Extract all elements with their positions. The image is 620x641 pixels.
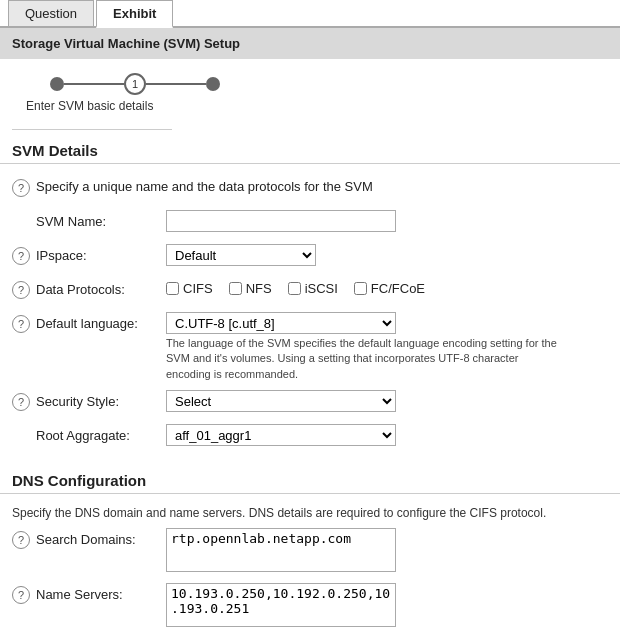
stepper-area: 1 Enter SVM basic details — [0, 59, 620, 123]
nfs-label: NFS — [246, 281, 272, 296]
help-icon-ipspace[interactable]: ? — [12, 247, 30, 265]
tab-exhibit[interactable]: Exhibit — [96, 0, 173, 28]
data-protocols-row: ? Data Protocols: CIFS NFS iSCSI FC/F — [12, 278, 608, 304]
svm-name-input[interactable] — [166, 210, 396, 232]
nfs-checkbox[interactable] — [229, 282, 242, 295]
help-text: Specify a unique name and the data proto… — [36, 176, 373, 194]
help-icon-name-servers[interactable]: ? — [12, 586, 30, 604]
language-hint: The language of the SVM specifies the de… — [166, 336, 566, 382]
security-style-label: Security Style: — [36, 390, 166, 409]
step-dot-left — [50, 77, 64, 91]
dns-section: Specify the DNS domain and name servers.… — [0, 502, 620, 641]
checkbox-group: CIFS NFS iSCSI FC/FCoE — [166, 278, 608, 296]
iscsi-checkbox[interactable] — [288, 282, 301, 295]
ipspace-row: ? IPspace: Default — [12, 244, 608, 270]
fcfcoe-checkbox-label[interactable]: FC/FCoE — [354, 281, 425, 296]
name-servers-input-col — [166, 583, 608, 630]
search-domains-textarea[interactable] — [166, 528, 396, 572]
step-line-right — [146, 83, 206, 85]
name-servers-textarea[interactable] — [166, 583, 396, 627]
iscsi-label: iSCSI — [305, 281, 338, 296]
root-aggregate-label: Root Aggragate: — [36, 424, 166, 443]
stepper-row: 1 — [50, 73, 220, 95]
security-style-input-col: Select UNIX NTFS Mixed — [166, 390, 608, 412]
data-protocols-label: Data Protocols: — [36, 278, 166, 297]
default-language-row: ? Default language: C.UTF-8 [c.utf_8] Th… — [12, 312, 608, 382]
divider-top — [12, 129, 172, 130]
ipspace-input-col: Default — [166, 244, 608, 266]
iscsi-checkbox-label[interactable]: iSCSI — [288, 281, 338, 296]
step-line-left — [64, 83, 124, 85]
default-language-label: Default language: — [36, 312, 166, 331]
name-servers-label: Name Servers: — [36, 583, 166, 602]
svm-name-input-col — [166, 210, 608, 232]
tab-question[interactable]: Question — [8, 0, 94, 26]
dns-config-title: DNS Configuration — [0, 466, 620, 494]
tab-bar: Question Exhibit — [0, 0, 620, 28]
stepper-label: Enter SVM basic details — [26, 99, 153, 113]
svm-details-form: ? Specify a unique name and the data pro… — [0, 172, 620, 466]
ipspace-select[interactable]: Default — [166, 244, 316, 266]
security-style-select[interactable]: Select UNIX NTFS Mixed — [166, 390, 396, 412]
name-servers-row: ? Name Servers: — [12, 583, 608, 630]
fcfcoe-checkbox[interactable] — [354, 282, 367, 295]
svm-name-row: SVM Name: — [12, 210, 608, 236]
default-language-input-col: C.UTF-8 [c.utf_8] The language of the SV… — [166, 312, 608, 382]
header-banner: Storage Virtual Machine (SVM) Setup — [0, 28, 620, 59]
help-icon-main[interactable]: ? — [12, 179, 30, 197]
step-dot-right — [206, 77, 220, 91]
nfs-checkbox-label[interactable]: NFS — [229, 281, 272, 296]
data-protocols-input-col: CIFS NFS iSCSI FC/FCoE — [166, 278, 608, 296]
dns-hint: Specify the DNS domain and name servers.… — [12, 506, 608, 520]
search-domains-label: Search Domains: — [36, 528, 166, 547]
cifs-checkbox-label[interactable]: CIFS — [166, 281, 213, 296]
root-aggregate-row: Root Aggragate: aff_01_aggr1 — [12, 424, 608, 450]
fcfcoe-label: FC/FCoE — [371, 281, 425, 296]
help-icon-security[interactable]: ? — [12, 393, 30, 411]
help-icon-protocols[interactable]: ? — [12, 281, 30, 299]
svm-details-title: SVM Details — [0, 136, 620, 164]
help-icon-language[interactable]: ? — [12, 315, 30, 333]
svm-name-label: SVM Name: — [36, 210, 166, 229]
ipspace-label: IPspace: — [36, 244, 166, 263]
search-domains-row: ? Search Domains: — [12, 528, 608, 575]
step-dot-active: 1 — [124, 73, 146, 95]
default-language-select[interactable]: C.UTF-8 [c.utf_8] — [166, 312, 396, 334]
help-text-row: ? Specify a unique name and the data pro… — [12, 176, 608, 202]
root-aggregate-input-col: aff_01_aggr1 — [166, 424, 608, 446]
security-style-row: ? Security Style: Select UNIX NTFS Mixed — [12, 390, 608, 416]
cifs-checkbox[interactable] — [166, 282, 179, 295]
search-domains-input-col — [166, 528, 608, 575]
help-icon-search-domains[interactable]: ? — [12, 531, 30, 549]
root-aggregate-select[interactable]: aff_01_aggr1 — [166, 424, 396, 446]
cifs-label: CIFS — [183, 281, 213, 296]
